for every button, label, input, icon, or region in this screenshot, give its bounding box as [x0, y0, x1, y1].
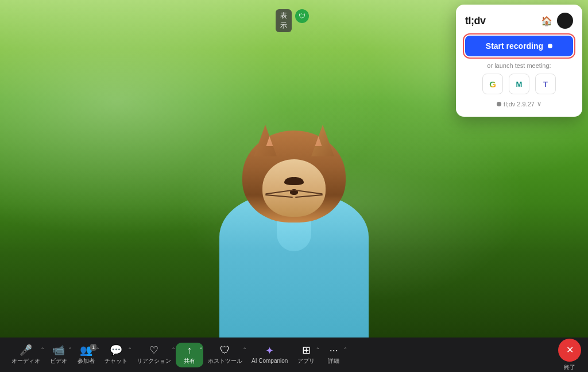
video-label: ビデオ: [50, 357, 67, 365]
end-call-button[interactable]: ✕: [558, 339, 581, 362]
host-caret-icon: ^: [243, 346, 246, 351]
cat-ear-inner-right: [307, 128, 324, 146]
toolbar-details[interactable]: ··· 詳細 ^: [320, 343, 347, 367]
or-text: or launch test meeting:: [465, 62, 573, 69]
record-dot-icon: [548, 44, 552, 48]
tldv-header-icons: 🏠: [541, 13, 573, 29]
tldv-header: tl;dv 🏠: [465, 13, 573, 29]
host-label: ホストツール: [208, 357, 242, 365]
toolbar-video[interactable]: 📹 ビデオ ^: [45, 343, 72, 367]
share-caret-icon: ^: [200, 346, 202, 351]
cat-ear-right: [308, 125, 337, 156]
toolbar-ai[interactable]: ✦ AI Companion: [247, 343, 292, 366]
cat-head-main: [242, 131, 346, 223]
version-chevron[interactable]: ∨: [537, 100, 541, 108]
whisker-right-1: [294, 189, 323, 194]
tldv-panel: tl;dv 🏠 Start recording or launch test m…: [456, 5, 582, 117]
cat-head: [237, 113, 351, 223]
toolbar-audio[interactable]: 🎤 オーディオ ^: [7, 343, 45, 367]
end-label: 終了: [564, 363, 575, 371]
reaction-icon: ♡: [149, 345, 158, 355]
google-meet-button[interactable]: G: [482, 74, 503, 94]
end-call-wrapper: ✕ 終了: [558, 339, 581, 371]
cat-avatar: [202, 62, 386, 338]
audio-label: オーディオ: [11, 357, 40, 365]
end-call-icon: ✕: [566, 344, 574, 355]
participants-caret-icon: ^: [96, 346, 99, 351]
ai-label: AI Companion: [252, 358, 288, 364]
toolbar-reaction[interactable]: ♡ リアクション ^: [132, 343, 176, 367]
cat-face-patch: [262, 159, 326, 217]
teams-icon: T: [543, 80, 548, 89]
share-label: 共有: [184, 357, 195, 365]
cat-ear-inner-left: [264, 128, 281, 146]
cat-eye-right: [288, 177, 304, 185]
version-label: tl;dv 2.9.27: [504, 101, 535, 108]
bottom-toolbar: 🎤 オーディオ ^ 📹 ビデオ ^ 👥 1 参加者 ^ 💬 チャット ^ ♡ リ…: [0, 338, 588, 372]
toolbar-host[interactable]: 🛡 ホストツール ^: [203, 343, 247, 367]
details-caret-icon: ^: [345, 346, 347, 351]
participants-badge: 1: [90, 344, 96, 351]
toolbar-end-group: ✕ 終了: [558, 339, 581, 371]
whisker-right-2: [295, 194, 323, 197]
start-recording-button[interactable]: Start recording: [465, 36, 573, 56]
whisker-left-2: [265, 194, 293, 197]
toolbar-share[interactable]: ↑ 共有 ^: [176, 343, 203, 367]
details-icon: ···: [330, 345, 338, 355]
chat-caret-icon: ^: [129, 346, 131, 351]
chat-label: チャット: [105, 357, 127, 365]
launch-icons: G M T: [465, 74, 573, 94]
apps-label: アプリ: [297, 357, 315, 365]
reaction-caret-icon: ^: [172, 346, 175, 351]
details-label: 詳細: [328, 357, 339, 365]
google-meet-button-2[interactable]: M: [509, 74, 529, 94]
host-icon: 🛡: [220, 345, 230, 355]
toolbar-apps[interactable]: ⊞ アプリ ^: [292, 343, 320, 367]
view-button[interactable]: 表示: [276, 9, 292, 32]
toolbar-left-group: 🎤 オーディオ ^ 📹 ビデオ ^ 👥 1 参加者 ^ 💬 チャット ^ ♡ リ…: [7, 343, 347, 367]
ai-icon: ✦: [265, 346, 274, 356]
apps-caret-icon: ^: [317, 346, 319, 351]
meet-icon: M: [516, 80, 523, 89]
version-info: tl;dv 2.9.27 ∨: [465, 100, 573, 108]
teams-button[interactable]: T: [535, 74, 556, 94]
audio-caret-icon: ^: [41, 346, 44, 351]
participants-label: 参加者: [78, 357, 95, 365]
google-icon: G: [489, 79, 496, 89]
reaction-label: リアクション: [137, 357, 171, 365]
home-icon[interactable]: 🏠: [541, 16, 552, 26]
version-dot: [497, 102, 501, 106]
mic-icon: 🎤: [20, 345, 32, 355]
toolbar-chat[interactable]: 💬 チャット ^: [100, 343, 132, 367]
apps-icon: ⊞: [302, 345, 311, 355]
video-icon: 📹: [52, 345, 65, 355]
cat-ear-left: [251, 125, 280, 156]
video-caret-icon: ^: [69, 346, 71, 351]
toolbar-participants[interactable]: 👥 1 参加者 ^: [72, 343, 100, 367]
chat-icon: 💬: [110, 345, 122, 355]
avatar[interactable]: [557, 13, 573, 29]
record-button-label: Start recording: [486, 41, 543, 51]
share-icon: ↑: [187, 345, 192, 355]
tldv-logo: tl;dv: [465, 15, 486, 27]
shield-icon: 🛡: [295, 9, 309, 23]
